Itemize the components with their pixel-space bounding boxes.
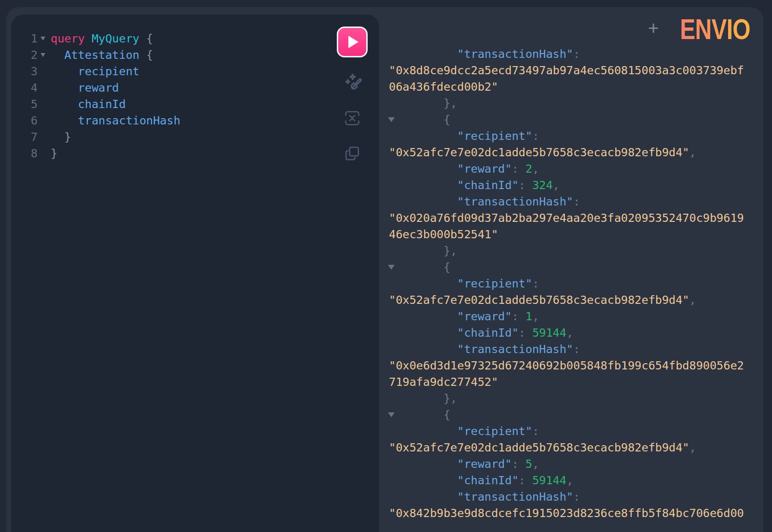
play-icon [348, 36, 358, 48]
editor-line: 1query MyQuery { [11, 30, 336, 47]
results-viewer[interactable]: "transactionHash":"0x8d8ce9dcc2a5ecd7349… [389, 46, 749, 521]
line-number: 8 [11, 145, 38, 162]
query-editor[interactable]: 1query MyQuery {2 Attestation {3 recipie… [11, 30, 336, 162]
result-line: "chainId": 59144, [389, 472, 749, 489]
line-number: 3 [11, 63, 38, 80]
collapse-triangle-icon[interactable] [388, 117, 395, 122]
result-line: "0x8d8ce9dcc2a5ecd73497ab97a4ec560815003… [389, 62, 749, 79]
prettify-query-button[interactable] [341, 72, 363, 95]
result-line: "0x0e6d3d1e97325d67240692b005848fb199c65… [389, 357, 749, 374]
editor-line: 3 recipient [11, 63, 336, 80]
result-line: }, [389, 95, 749, 111]
query-editor-panel: 1query MyQuery {2 Attestation {3 recipie… [11, 14, 379, 532]
line-number: 5 [11, 96, 38, 112]
copy-query-button[interactable] [341, 142, 363, 164]
result-line: 719afa9dc277452" [389, 374, 749, 390]
editor-line: 6 transactionHash [11, 112, 336, 129]
envio-logo: ENVIO [680, 15, 750, 44]
merge-fragments-button[interactable] [341, 107, 363, 129]
result-line: "transactionHash": [389, 193, 749, 210]
execute-query-button[interactable] [337, 27, 368, 57]
result-line: "transactionHash": [389, 489, 749, 505]
line-number: 4 [11, 80, 38, 96]
editor-line: 5 chainId [11, 96, 336, 112]
result-line: 46ec3b000b52541" [389, 226, 749, 243]
result-line: "0x842b9b3e9d8cdcefc1915023d8236ce8ffb5f… [389, 505, 749, 521]
result-line: "reward": 1, [389, 308, 749, 325]
result-line: "transactionHash": [389, 341, 749, 357]
result-line: "transactionHash": [389, 46, 749, 62]
result-line: "chainId": 324, [389, 177, 749, 193]
merge-fragments-icon [344, 109, 361, 127]
collapse-triangle-icon[interactable] [388, 412, 395, 417]
line-number: 6 [11, 112, 38, 129]
editor-line: 4 reward [11, 80, 336, 96]
result-line: "reward": 2, [389, 161, 749, 177]
result-line: "0x020a76fd09d37ab2ba297e4aa20e3fa020953… [389, 210, 749, 226]
result-line: }, [389, 390, 749, 407]
result-line: "recipient": [389, 128, 749, 144]
editor-toolbar [335, 27, 369, 164]
result-line: "recipient": [389, 275, 749, 292]
result-line: "reward": 5, [389, 456, 749, 472]
add-tab-button[interactable]: + [648, 19, 660, 40]
fold-triangle-icon[interactable] [41, 53, 45, 57]
result-line: { [389, 111, 749, 128]
result-line: "chainId": 59144, [389, 325, 749, 341]
result-line: "recipient": [389, 423, 749, 439]
prettify-sparkle-broom-icon [342, 73, 363, 94]
line-number: 2 [11, 47, 38, 63]
result-line: { [389, 407, 749, 423]
collapse-triangle-icon[interactable] [388, 265, 395, 270]
results-header: + ENVIO [648, 18, 750, 41]
result-line: "0x52afc7e7e02dc1adde5b7658c3ecacb982efb… [389, 144, 749, 161]
editor-line: 2 Attestation { [11, 47, 336, 63]
fold-triangle-icon[interactable] [41, 37, 45, 41]
result-line: }, [389, 243, 749, 259]
results-panel: 1query MyQuery {2 Attestation {3 recipie… [6, 7, 763, 532]
result-line: { [389, 259, 749, 275]
result-line: "0x52afc7e7e02dc1adde5b7658c3ecacb982efb… [389, 439, 749, 456]
result-line: 06a436fdecd00b2" [389, 79, 749, 95]
editor-line: 8} [11, 145, 336, 162]
result-line: "0x52afc7e7e02dc1adde5b7658c3ecacb982efb… [389, 292, 749, 308]
editor-line: 7 } [11, 129, 336, 145]
line-number: 1 [11, 30, 38, 47]
copy-icon [344, 145, 361, 162]
line-number: 7 [11, 129, 38, 145]
